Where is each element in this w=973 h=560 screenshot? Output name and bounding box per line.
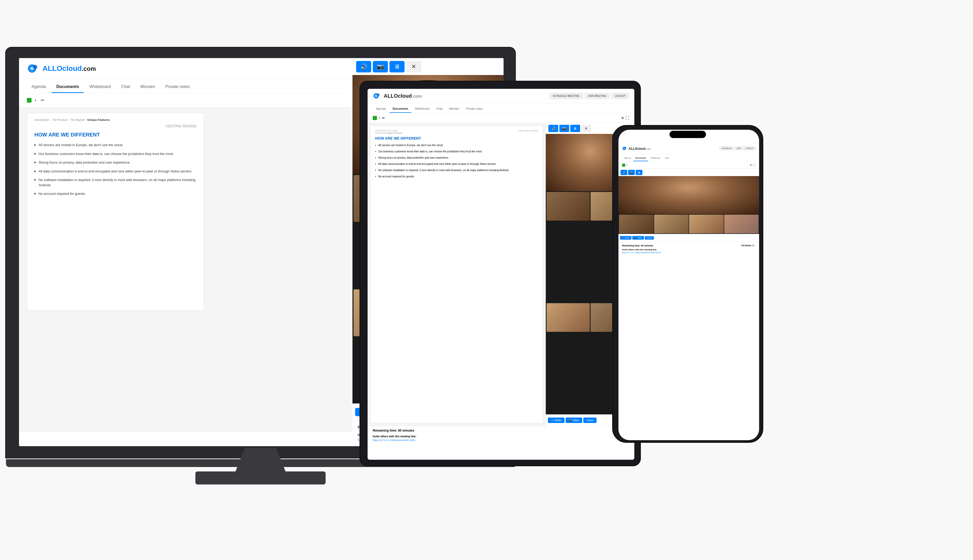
list-item: No account required for guests.	[34, 191, 197, 197]
tablet-close-btn[interactable]: ✕	[621, 116, 624, 120]
tablet-logo-text: ALLOcloud.com	[384, 93, 422, 99]
tablet-doc-content: Introduction The Product The Market Uniq…	[368, 123, 546, 426]
phone-leave-btn[interactable]: Leave	[645, 236, 654, 240]
tablet-schedule-button[interactable]: SCHEDULE MEETING	[550, 93, 583, 99]
phone-toolbar: ✏ ✕ ⛶	[618, 162, 759, 169]
phone-audio-btn[interactable]: 🔊	[621, 170, 627, 175]
list-item: All data communication is end-to-end enc…	[375, 162, 538, 166]
phone-color-picker[interactable]	[622, 163, 625, 167]
tablet-pen-tool[interactable]: ✏	[382, 116, 385, 120]
tablet-join-button[interactable]: JOIN MEETING	[585, 93, 610, 99]
phone-info: Remaining time: 60 minutes 60 minutes ▼ …	[618, 242, 759, 255]
tablet-color-picker[interactable]	[373, 116, 377, 120]
video-controls: 🔊 📷 🖥 ✕	[352, 58, 503, 75]
svg-point-5	[625, 147, 626, 148]
toolbar-left: ▼ ✏	[27, 97, 47, 104]
phone-invite-link[interactable]: https://127.0.0.1:3000/en/join/0000-0000…	[622, 252, 755, 253]
phone-schedule-btn[interactable]: SCHEDULE	[720, 147, 733, 150]
tablet-tab-documents[interactable]: Documents	[390, 105, 412, 113]
phone-tab-documents[interactable]: Documents	[633, 156, 648, 161]
doc-section-title: HOW ARE WE DIFFERENT	[34, 132, 197, 138]
tablet-audio-toggle[interactable]: 🔊 Audio	[548, 418, 565, 423]
doc-bullet-list: All servers are hosted in Europe, we don…	[34, 142, 197, 197]
tab-minutes[interactable]: Minutes	[136, 82, 160, 93]
color-picker-button[interactable]	[27, 98, 32, 103]
list-item: All data communication is end-to-end enc…	[34, 169, 197, 174]
tablet-body: ALLOcloud.com SCHEDULE MEETING JOIN MEET…	[360, 81, 641, 466]
tablet-tab-agenda[interactable]: Agenda	[373, 105, 389, 113]
phone-tab-chat[interactable]: Chat	[663, 156, 671, 161]
close-video-button[interactable]: ✕	[406, 61, 421, 72]
tablet-screen-btn[interactable]: 🖥	[570, 125, 580, 132]
doc-frame: Introduction The Product The Market Uniq…	[27, 113, 204, 311]
tablet-close-video-btn[interactable]: ✕	[581, 125, 591, 132]
tablet-invite-link[interactable]: https://127.0.0.1:3000/en/join/0000-0000…	[373, 439, 629, 442]
tablet-video-toggle[interactable]: 📷 Video	[566, 418, 582, 423]
list-item: All servers are hosted in Europe, we don…	[375, 143, 538, 147]
tablet-thumb-3	[546, 303, 590, 332]
list-item: No account required for guests.	[375, 175, 538, 178]
doc-breadcrumb: Introduction The Product The Market Uniq…	[34, 118, 197, 122]
phone-thumbnails	[618, 214, 759, 234]
phone-time-dropdown[interactable]: 60 minutes ▼	[740, 244, 755, 247]
tablet-fullscreen-btn[interactable]: ⛶	[625, 116, 629, 120]
audio-control-button[interactable]: 🔊	[356, 61, 371, 72]
phone-logo: ALLOcloud.com	[622, 147, 651, 150]
tablet-tab-private-notes[interactable]: Private notes	[463, 105, 486, 113]
list-item: All servers are hosted in Europe, we don…	[34, 142, 197, 148]
phone-header: ALLOcloud.com SCHEDULE JOIN LOGOUT	[618, 143, 759, 154]
phone-device: ALLOcloud.com SCHEDULE JOIN LOGOUT Agend…	[612, 125, 763, 443]
video-control-button[interactable]: 📷	[373, 61, 388, 72]
tablet-color-arrow[interactable]: ▼	[378, 117, 381, 119]
tablet-doc-list: All servers are hosted in Europe, we don…	[375, 143, 538, 178]
phone-invite-label: Invite others with this meeting link:	[622, 248, 755, 251]
phone-screen-btn[interactable]: 🖥	[636, 170, 642, 175]
phone-notch	[670, 131, 706, 138]
phone-logout-btn[interactable]: LOGOUT	[743, 147, 755, 150]
screen-share-button[interactable]: 🖥	[390, 61, 405, 72]
tab-documents[interactable]: Documents	[52, 82, 83, 93]
tablet-video-btn[interactable]: 📷	[559, 125, 569, 132]
pen-tool-button[interactable]: ✏	[39, 97, 47, 104]
list-item: Our business customers know their data i…	[375, 150, 538, 153]
color-dropdown-arrow[interactable]: ▼	[34, 99, 37, 102]
svg-point-3	[377, 93, 379, 96]
tablet-doc-title: HOW ARE WE DIFFERENT	[375, 136, 538, 140]
phone-video-area: 🔊 📷 🖥 🔊 Audio 📷 Video Leave	[618, 169, 759, 242]
tab-chat[interactable]: Chat	[117, 82, 135, 93]
tablet-remaining-time: Remaining time: 60 minutes	[373, 429, 629, 432]
phone-thumb-3	[689, 215, 724, 233]
tablet-tab-minutes[interactable]: Minutes	[446, 105, 462, 113]
phone-video-toggle[interactable]: 📷 Video	[632, 236, 644, 240]
phone-logo-text: ALLOcloud.com	[629, 147, 651, 150]
phone-fullscreen-btn[interactable]: ⛶	[753, 163, 755, 167]
tab-private-notes[interactable]: Private notes	[161, 82, 194, 93]
phone-app: ALLOcloud.com SCHEDULE JOIN LOGOUT Agend…	[618, 130, 759, 440]
phone-screen: ALLOcloud.com SCHEDULE JOIN LOGOUT Agend…	[618, 130, 759, 440]
phone-pen-tool[interactable]: ✏	[626, 164, 628, 166]
tablet-tab-whiteboard[interactable]: Whiteboard	[412, 105, 433, 113]
phone-audio-toggle[interactable]: 🔊 Audio	[620, 236, 631, 240]
phone-tab-whiteboard[interactable]: Whiteboard	[648, 156, 663, 161]
tablet-header: ALLOcloud.com SCHEDULE MEETING JOIN MEET…	[368, 89, 634, 103]
phone-join-btn[interactable]: JOIN	[735, 147, 743, 150]
phone-video-btn[interactable]: 📷	[628, 170, 635, 175]
tablet-thumb-1	[546, 192, 590, 221]
list-item: No software installation is required, it…	[375, 168, 538, 172]
list-item: Strong foucs on privacy, data protection…	[375, 156, 538, 160]
tablet-doc-frame: Introduction The Product The Market Uniq…	[370, 125, 543, 423]
tablet-leave-btn[interactable]: Leave	[583, 418, 596, 423]
tablet-invite-label: Invite others with this meeting link:	[373, 435, 629, 438]
tablet-tab-chat[interactable]: Chat	[433, 105, 445, 113]
phone-logo-icon	[622, 147, 627, 150]
tab-whiteboard[interactable]: Whiteboard	[85, 82, 115, 93]
tablet-logout-button[interactable]: LOGOUT	[611, 93, 629, 99]
tablet-nav: Agenda Documents Whiteboard Chat Minutes…	[368, 103, 634, 113]
phone-video-controls: 🔊 📷 🖥	[618, 169, 759, 176]
phone-bottom-btns: 🔊 Audio 📷 Video Leave	[618, 234, 759, 242]
tab-agenda[interactable]: Agenda	[27, 82, 50, 93]
phone-tab-agenda[interactable]: Agenda	[622, 156, 633, 161]
doc-company-label: VEETING ROOMS	[34, 124, 197, 128]
phone-close-btn[interactable]: ✕	[750, 163, 752, 167]
tablet-audio-btn[interactable]: 🔊	[548, 125, 558, 132]
